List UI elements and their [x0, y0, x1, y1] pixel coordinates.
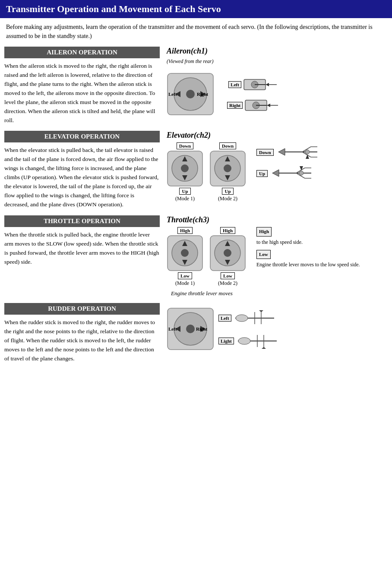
elevator-mode1-label: (Mode 1): [175, 196, 195, 202]
aileron-section: AILERON OPERATION When the aileron stick…: [0, 47, 392, 125]
elevator-header: ELEVATOR OPERATION: [4, 131, 160, 142]
throttle-right: Throttle(ch3) High Low (Mode 1) High: [163, 215, 388, 297]
aileron-right-servo-svg: [244, 97, 279, 114]
svg-marker-15: [267, 104, 270, 107]
throttle-header: THROTTLE OPERATION: [4, 215, 160, 227]
throttle-high-m2: High: [220, 227, 235, 234]
aileron-servos: Left Right: [227, 76, 279, 114]
aileron-stick-svg: Left Right: [167, 73, 214, 116]
throttle-diagram: High Low (Mode 1) High: [167, 227, 360, 287]
rudder-right-servo: Light: [218, 331, 279, 351]
throttle-body: When the throttle stick is pulled back, …: [4, 230, 160, 267]
elevator-up-row: Up: [256, 164, 319, 183]
elevator-diagram-title: Elevator(ch2): [167, 131, 211, 140]
elevator-mode1-svg: [167, 150, 203, 187]
elevator-down-label-m1: Down: [177, 142, 194, 149]
throttle-high-text: to the high speed side.: [256, 238, 360, 246]
aileron-header: AILERON OPERATION: [4, 47, 160, 58]
throttle-text: High to the high speed side. Low Engine …: [256, 227, 360, 269]
throttle-high-label: High: [256, 227, 272, 237]
elevator-diagram: Down Up (Mode 1) Down: [167, 142, 319, 202]
svg-point-19: [181, 164, 189, 172]
engine-label: Engine throttle lever moves: [171, 290, 233, 297]
aileron-diagram-title: Aileron(ch1): [167, 47, 208, 56]
rudder-stick: Left Right: [167, 307, 214, 352]
throttle-low-text: Engine throttle lever moves to the low s…: [256, 261, 360, 269]
svg-point-50: [224, 249, 231, 257]
throttle-mode2-label: (Mode 2): [218, 280, 237, 287]
svg-point-41: [299, 171, 303, 175]
intro-text: Before making any adjustments, learn the…: [6, 24, 373, 39]
svg-marker-36: [272, 170, 279, 177]
svg-marker-10: [266, 83, 269, 86]
throttle-low-label: Low: [256, 250, 271, 259]
throttle-low-m2: Low: [221, 272, 235, 279]
aileron-body: When the aileron stick is moved to the r…: [4, 62, 160, 125]
throttle-left: THROTTLE OPERATION When the throttle sti…: [4, 215, 160, 297]
rudder-right-label: Light: [218, 338, 234, 344]
rudder-body: When the rudder stick is moved to the ri…: [4, 318, 160, 363]
throttle-mode1: High Low (Mode 1): [167, 227, 203, 287]
elevator-plane-servos: Down Up: [256, 142, 319, 183]
rudder-stick-svg: Left Right: [167, 307, 214, 350]
elevator-left: ELEVATOR OPERATION When the elevator sti…: [4, 131, 160, 209]
svg-marker-42: [300, 166, 303, 170]
aileron-right-servo: Right: [227, 97, 279, 114]
aileron-left-servo-label: Left: [228, 81, 241, 88]
throttle-mode1-svg: [167, 235, 203, 271]
rudder-left-servo: Left: [218, 309, 279, 328]
throttle-mode1-label: (Mode 1): [175, 280, 195, 287]
intro-section: Before making any adjustments, learn the…: [0, 22, 392, 47]
aileron-left-servo: Left: [228, 76, 278, 93]
svg-point-55: [186, 325, 195, 333]
elevator-mode2: Down Up (Mode 2): [209, 142, 246, 202]
elevator-body: When the elevator stick is pulled back, …: [4, 146, 160, 209]
svg-point-2: [186, 90, 195, 98]
page-title: Transmitter Operation and Movement of Ea…: [6, 3, 221, 14]
elevator-mode2-label: (Mode 2): [218, 196, 237, 202]
elevator-mode1: Down Up (Mode 1): [167, 142, 203, 202]
rudder-left: RUDDER OPERATION When the rudder stick i…: [4, 303, 160, 363]
throttle-mode2-svg: [209, 235, 246, 271]
aileron-stick: Left Right: [167, 73, 214, 117]
rudder-diagram: Left Right Left: [167, 307, 279, 352]
aileron-diagram: Left Right Left: [167, 73, 279, 117]
rudder-servos: Left Light: [218, 309, 279, 351]
svg-text:Left: Left: [168, 92, 177, 97]
svg-point-24: [224, 164, 231, 172]
elevator-down-plane-svg: [276, 142, 319, 162]
svg-text:Right: Right: [197, 92, 209, 97]
rudder-section: RUDDER OPERATION When the rudder stick i…: [0, 303, 392, 363]
throttle-section: THROTTLE OPERATION When the throttle sti…: [0, 215, 392, 297]
svg-marker-64: [259, 310, 263, 312]
elevator-mode2-svg: [209, 150, 246, 187]
rudder-right-plane-svg: [236, 331, 279, 351]
aileron-left-servo-svg: [243, 76, 278, 93]
elevator-down-label-m2: Down: [219, 142, 237, 149]
rudder-left-label: Left: [218, 315, 231, 322]
aileron-right-servo-label: Right: [227, 102, 243, 109]
elevator-down-direction: Down: [256, 149, 274, 156]
throttle-high-m1: High: [177, 227, 193, 234]
rudder-right: Left Right Left: [163, 303, 388, 363]
aileron-viewed-from: (Viewed from the rear): [167, 58, 214, 65]
elevator-right: Elevator(ch2) Down Up (Mode 1) Down: [163, 131, 388, 209]
throttle-diagram-title: Throttle(ch3): [167, 215, 209, 224]
rudder-header: RUDDER OPERATION: [4, 303, 160, 315]
elevator-section: ELEVATOR OPERATION When the elevator sti…: [0, 131, 392, 209]
svg-marker-28: [278, 148, 285, 155]
aileron-right: Aileron(ch1) (Viewed from the rear) Left: [163, 47, 388, 125]
svg-point-61: [236, 315, 248, 322]
aileron-left: AILERON OPERATION When the aileron stick…: [4, 47, 160, 125]
svg-point-45: [181, 249, 189, 257]
svg-marker-69: [262, 347, 266, 349]
throttle-low-m1: Low: [178, 272, 192, 279]
svg-marker-34: [306, 155, 309, 159]
elevator-up-label-m2: Up: [222, 188, 233, 195]
svg-point-33: [305, 150, 310, 154]
throttle-mode2: High Low (Mode 2): [209, 227, 246, 287]
elevator-down-row: Down: [256, 142, 319, 162]
svg-text:Right: Right: [196, 326, 208, 331]
svg-text:Left: Left: [168, 326, 177, 331]
rudder-left-plane-svg: [233, 309, 276, 328]
